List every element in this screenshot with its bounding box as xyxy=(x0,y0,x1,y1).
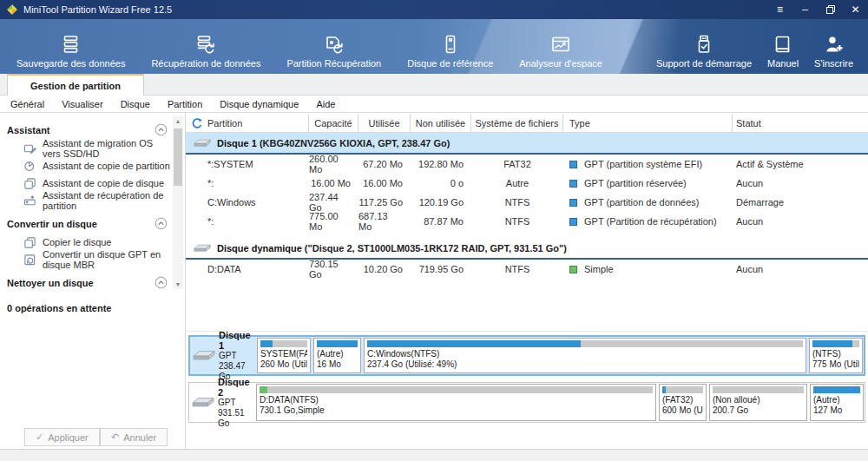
toolbar-item-support-de-demarrage[interactable]: Support de démarrage xyxy=(648,33,760,74)
partition-block[interactable]: (NTFS)775 Mo (Utili: xyxy=(809,338,863,373)
table-row[interactable]: *:SYSTEM260.00 Mo67.20 Mo192.80 MoFAT32G… xyxy=(186,155,868,174)
toolbar-item-partition-recuperation[interactable]: Partition Récupération xyxy=(273,33,394,74)
data-recovery-icon xyxy=(195,33,216,56)
sidebar-item-label: Copier le disque xyxy=(43,237,112,247)
toolbar-item-label: Récupération de données xyxy=(151,58,260,69)
sidebar-item-convertir-un-disque-gpt-en-disque-mbr[interactable]: Convertir un disque GPT en disque MBR xyxy=(0,251,173,268)
partition-block[interactable]: (Autre)127 Mo xyxy=(810,384,864,421)
column-header-systeme-de-fichiers: Système de fichiers xyxy=(471,114,563,132)
restore-button[interactable] xyxy=(818,0,843,19)
cell-filesystem: NTFS xyxy=(471,212,563,231)
scroll-up-arrow-icon[interactable]: ▲ xyxy=(173,115,183,126)
cell-used: 16.00 Mo xyxy=(358,174,411,193)
tab-gestion-de-partition[interactable]: Gestion de partition xyxy=(7,74,144,95)
partition-block[interactable]: D:DATA(NTFS)730.1 Go,Simple xyxy=(256,384,656,421)
disk-map-row-disque-2[interactable]: Disque 2GPT931.51 GoD:DATA(NTFS)730.1 Go… xyxy=(188,382,865,423)
table-row[interactable]: C:Windows237.44 Go117.25 Go120.19 GoNTFS… xyxy=(186,193,868,212)
sidebar-item-assistant-de-copie-de-disque[interactable]: Assistant de copie de disque xyxy=(0,175,173,192)
table-row[interactable]: *:775.00 Mo687.13 Mo87.87 MoNTFSGPT (Par… xyxy=(186,212,868,231)
sidebar-item-assistant-de-recuperation-de-partition[interactable]: Assistant de récupération de partition xyxy=(0,192,173,209)
menu-item-disque[interactable]: Disque xyxy=(112,95,159,112)
window-menu-button[interactable]: ≡ xyxy=(767,0,792,19)
sidebar-section-nettoyer-un-disque[interactable]: Nettoyer un disque xyxy=(0,273,173,293)
chevron-up-circle-icon[interactable] xyxy=(155,276,168,291)
sidebar-section-convertir-un-disque[interactable]: Convertir un disque xyxy=(0,214,173,234)
usage-bar xyxy=(813,386,860,393)
menu-item-partition[interactable]: Partition xyxy=(159,95,211,112)
cell-capacity: 730.15 Go xyxy=(309,260,358,279)
cell-partition: *: xyxy=(186,212,309,231)
disk-group-row-disque-1[interactable]: Disque 1 (KBG40ZNV256G KIOXIA, GPT, 238.… xyxy=(186,133,868,155)
toolbar-item-manuel[interactable]: Manuel xyxy=(760,33,806,74)
chevron-up-circle-icon[interactable] xyxy=(155,123,168,138)
disk-map-row-disque-1[interactable]: Disque 1GPT238.47 GoSYSTEM(FAT3260 Mo (U… xyxy=(188,335,865,376)
partition-block[interactable]: (Autre)16 Mo xyxy=(313,338,361,373)
usage-bar xyxy=(713,386,804,393)
cell-used: 117.25 Go xyxy=(358,193,411,212)
minimize-button[interactable]: – xyxy=(792,0,818,19)
toolbar-item-sauvegarde-des-donnees[interactable]: Sauvegarde des données xyxy=(3,33,138,74)
sidebar-scrollbar[interactable]: ▲ ▼ xyxy=(173,115,183,289)
scroll-down-arrow-icon[interactable]: ▼ xyxy=(173,279,183,289)
type-label: GPT (partition système EFI) xyxy=(584,159,702,169)
menu-bar: GénéralVisualiserDisquePartitionDisque d… xyxy=(0,95,868,113)
partition-block-size: 730.1 Go,Simple xyxy=(260,405,653,416)
column-header-statut: Statut xyxy=(733,114,868,132)
register-icon xyxy=(824,33,845,56)
scrollbar-thumb[interactable] xyxy=(174,128,182,186)
partition-block[interactable]: SYSTEM(FAT3260 Mo (Utili: xyxy=(257,338,311,373)
usage-bar-fill xyxy=(260,386,267,393)
chevron-up-circle-icon[interactable] xyxy=(155,217,168,232)
menu-item-visualiser[interactable]: Visualiser xyxy=(53,95,112,112)
partition-block-size: 200.7 Go xyxy=(713,405,804,416)
sidebar-section-assistant[interactable]: Assistant xyxy=(0,121,173,140)
menu-item-aide[interactable]: Aide xyxy=(307,95,344,112)
restore-icon xyxy=(826,5,835,14)
disk-drive-icon xyxy=(194,138,211,148)
cell-capacity: 237.44 Go xyxy=(309,193,358,212)
menu-item-disque-dynamique[interactable]: Disque dynamique xyxy=(211,95,307,112)
undo-label: Annuler xyxy=(123,432,156,443)
disk-name: Disque 1 xyxy=(219,330,256,351)
close-button[interactable]: ✕ xyxy=(843,0,868,19)
refresh-icon[interactable] xyxy=(190,117,203,130)
usage-bar xyxy=(260,340,307,347)
usage-bar-fill xyxy=(812,340,852,347)
partition-type-square-icon xyxy=(569,199,577,207)
toolbar-item-label: Manuel xyxy=(767,58,799,69)
partition-block[interactable]: C:Windows(NTFS)237.4 Go (Utilisé: 49%) xyxy=(364,338,806,373)
usage-bar xyxy=(367,340,803,347)
partition-pane: PartitionCapacitéUtiliséeNon utiliséeSys… xyxy=(186,114,868,449)
menu-item-general[interactable]: Général xyxy=(2,95,53,112)
partition-block-size: 127 Mo xyxy=(813,405,860,416)
type-label: GPT (partition de données) xyxy=(584,197,699,207)
convert-disk-icon xyxy=(23,254,36,267)
table-row[interactable]: D:DATA730.15 Go10.20 Go719.95 GoNTFSSimp… xyxy=(186,260,868,279)
partition-block-name: SYSTEM(FAT3 xyxy=(260,349,307,359)
usage-bar xyxy=(317,340,358,347)
usage-bar-fill xyxy=(662,386,666,393)
toolbar-item-disque-de-reference[interactable]: Disque de référence xyxy=(394,33,506,74)
disk-group-row-disque-dynamique[interactable]: Disque dynamique ("Disque 2, ST1000LM035… xyxy=(186,238,868,260)
sidebar-item-copier-le-disque[interactable]: Copier le disque xyxy=(0,234,173,251)
partition-block[interactable]: (FAT32)600 Mo (Utili: xyxy=(659,384,707,421)
disk-map-label-text: Disque 1GPT238.47 Go xyxy=(219,330,256,382)
toolbar-item-recuperation-de-donnees[interactable]: Récupération de données xyxy=(138,33,273,74)
disk-size: 931.51 Go xyxy=(218,408,255,429)
sidebar-item-assistant-de-migration-os-vers-ssd-hd[interactable]: Assistant de migration OS vers SSD/HD xyxy=(0,140,173,157)
disk-map-blocks: D:DATA(NTFS)730.1 Go,Simple(FAT32)600 Mo… xyxy=(255,383,865,422)
space-analyzer-icon xyxy=(550,33,571,56)
undo-button[interactable]: ↶ Annuler xyxy=(100,428,168,446)
table-row[interactable]: *:16.00 Mo16.00 Mo0 oAutreGPT (partition… xyxy=(186,174,868,193)
partition-type-square-icon xyxy=(569,218,577,226)
disk-map-blocks: SYSTEM(FAT3260 Mo (Utili:(Autre)16 MoC:W… xyxy=(256,337,864,374)
toolbar-item-label: Support de démarrage xyxy=(656,58,752,69)
toolbar-item-analyseur-d-espace[interactable]: Analyseur d'espace xyxy=(506,33,615,74)
main-toolbar: Sauvegarde des donnéesRécupération de do… xyxy=(0,19,868,74)
disk-drive-icon xyxy=(192,396,214,410)
toolbar-item-s-inscrire[interactable]: S'inscrire xyxy=(806,33,861,74)
apply-label: Appliquer xyxy=(48,432,88,443)
apply-button[interactable]: ✓ Appliquer xyxy=(24,428,100,446)
sidebar-item-assistant-de-copie-de-partition[interactable]: Assistant de copie de partition xyxy=(0,157,173,175)
partition-block[interactable]: (Non alloué)200.7 Go xyxy=(709,384,807,421)
